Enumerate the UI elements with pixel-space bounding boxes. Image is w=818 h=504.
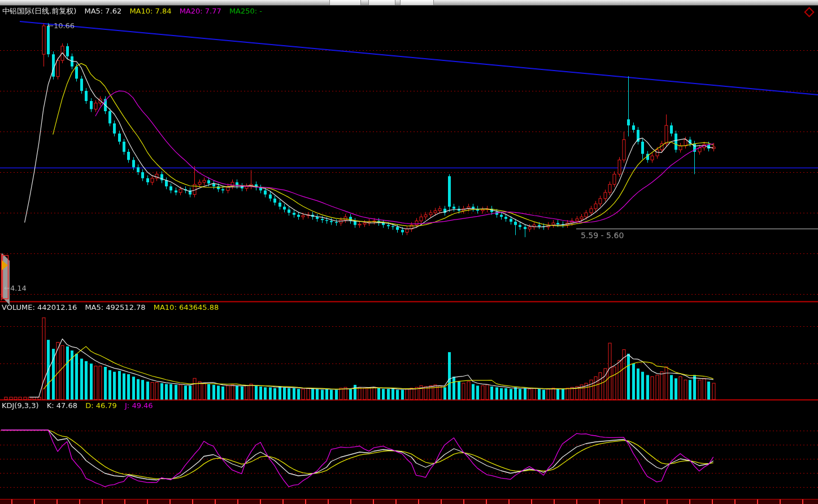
window-chrome: [0, 0, 818, 6]
ma250-value: MA250: -: [229, 7, 262, 15]
kdj-d-value: D: 46.79: [85, 401, 117, 410]
ma20-value: MA20: 7.77: [180, 7, 221, 15]
high-price-label: ←10.66: [47, 21, 75, 30]
window-tab: [368, 0, 395, 5]
low-price-label: ←4.14: [4, 284, 27, 292]
price-range-label: 5.59 - 5.60: [581, 231, 624, 240]
ma10-value: MA10: 7.84: [129, 7, 171, 15]
volume-ma10-value: MA10: 643645.88: [154, 303, 219, 312]
stock-title: 中铝国际(日线.前复权): [2, 7, 76, 15]
kdj-label: KDJ(9,3,3): [2, 401, 39, 410]
volume-value: VOLUME: 442012.16: [2, 303, 77, 312]
main-chart-header: 中铝国际(日线.前复权) MA5: 7.62 MA10: 7.84 MA20: …: [2, 6, 268, 16]
window-tab: [400, 0, 434, 5]
volume-ma5-value: MA5: 492512.78: [85, 303, 145, 312]
kdj-k-value: K: 47.68: [47, 401, 77, 410]
ma5-value: MA5: 7.62: [84, 7, 121, 15]
stock-chart-canvas[interactable]: [0, 0, 818, 504]
kdj-j-value: J: 49.46: [125, 401, 153, 410]
volume-header: VOLUME: 442012.16 MA5: 492512.78 MA10: 6…: [2, 303, 224, 312]
window-tab: [329, 0, 361, 5]
kdj-header: KDJ(9,3,3) K: 47.68 D: 46.79 J: 49.46: [2, 401, 159, 410]
